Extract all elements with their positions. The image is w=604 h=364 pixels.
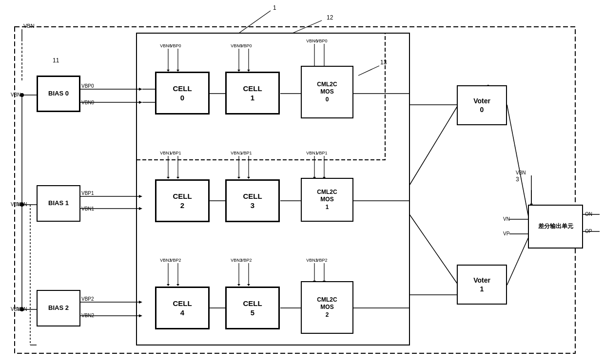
voter-0-label: Voter0 <box>473 96 490 114</box>
svg-text:VBP2: VBP2 <box>316 258 327 263</box>
cml-1-block: CML2CMOS1 <box>301 178 353 222</box>
cell-1-label: CELL1 <box>243 84 262 103</box>
svg-text:11: 11 <box>53 57 59 64</box>
svg-line-3 <box>239 11 271 33</box>
bias-2-label: BIAS 2 <box>48 304 69 312</box>
svg-text:VBP2: VBP2 <box>170 258 181 263</box>
svg-marker-19 <box>139 88 142 91</box>
svg-marker-33 <box>139 195 142 198</box>
svg-text:VBN2: VBN2 <box>81 313 95 318</box>
diff-output-block: 差分输出单元 <box>528 205 583 249</box>
svg-text:1: 1 <box>273 4 276 11</box>
svg-marker-92 <box>237 284 240 286</box>
svg-marker-21 <box>139 101 142 104</box>
cell-2-block: CELL2 <box>155 179 210 222</box>
svg-line-60 <box>409 105 458 185</box>
voter-1-block: Voter1 <box>457 265 507 305</box>
svg-text:VBP0: VBP0 <box>240 43 252 48</box>
cell-4-label: CELL4 <box>173 299 192 318</box>
bias-0-label: BIAS 0 <box>48 90 69 98</box>
svg-text:VBP1: VBP1 <box>81 191 94 196</box>
cell-5-label: CELL5 <box>243 299 262 318</box>
cell-0-block: CELL0 <box>155 72 210 115</box>
svg-text:VBN1: VBN1 <box>81 206 95 211</box>
svg-text:VBN: VBN <box>11 92 21 97</box>
svg-marker-90 <box>176 284 179 286</box>
diff-output-label: 差分输出单元 <box>538 223 573 230</box>
voter-0-block: Voter0 <box>457 85 507 125</box>
cml-2-label: CML2CMOS2 <box>317 296 337 319</box>
cml-0-block: CML2CMOS0 <box>301 66 353 118</box>
svg-line-62 <box>409 214 458 285</box>
svg-line-5 <box>358 66 379 76</box>
svg-text:VBP0: VBP0 <box>316 38 327 43</box>
cell-3-block: CELL3 <box>225 179 280 222</box>
svg-marker-80 <box>237 177 240 179</box>
svg-text:VN: VN <box>503 216 510 222</box>
svg-text:VBN: VBN <box>17 202 27 207</box>
bias-1-block: BIAS 1 <box>37 185 80 222</box>
cell-2-label: CELL2 <box>173 192 192 211</box>
svg-text:12: 12 <box>327 14 333 21</box>
svg-text:VBP2: VBP2 <box>240 258 252 263</box>
cml-0-label: CML2CMOS0 <box>317 81 337 104</box>
svg-text:VBN: VBN <box>17 307 27 312</box>
bias-0-block: BIAS 0 <box>37 76 80 112</box>
cell-4-block: CELL4 <box>155 287 210 329</box>
svg-text:VBP0: VBP0 <box>170 43 181 48</box>
svg-line-53 <box>507 105 529 219</box>
svg-marker-82 <box>247 177 250 179</box>
svg-text:VBP1: VBP1 <box>170 151 181 155</box>
svg-text:13: 13 <box>380 59 387 66</box>
svg-text:VBN0: VBN0 <box>81 100 95 105</box>
svg-marker-35 <box>139 207 142 210</box>
svg-text:ON: ON <box>585 211 592 217</box>
cell-3-label: CELL3 <box>243 192 262 211</box>
bias-1-label: BIAS 1 <box>48 199 69 208</box>
svg-text:VBN: VBN <box>516 170 526 175</box>
diagram: VBN VBN VBN VBN VBN VBN VBP0 VBN0 VBP1 V… <box>0 0 604 364</box>
svg-text:VP: VP <box>503 231 510 236</box>
svg-text:VBP0: VBP0 <box>81 83 94 89</box>
voter-1-label: Voter1 <box>473 276 490 293</box>
svg-marker-42 <box>139 301 142 304</box>
cell-0-label: CELL0 <box>173 84 192 103</box>
svg-text:VBP2: VBP2 <box>81 296 94 302</box>
svg-marker-88 <box>167 284 170 286</box>
cell-5-block: CELL5 <box>225 287 280 329</box>
cml-1-label: CML2CMOS1 <box>317 189 337 211</box>
svg-text:OP: OP <box>585 229 592 234</box>
bias-2-block: BIAS 2 <box>37 290 80 326</box>
svg-line-54 <box>507 236 529 285</box>
svg-text:VBN: VBN <box>23 23 35 29</box>
svg-marker-78 <box>176 177 179 179</box>
svg-text:VBP1: VBP1 <box>316 151 327 155</box>
svg-marker-76 <box>167 177 170 179</box>
cml-2-block: CML2CMOS2 <box>301 281 353 334</box>
svg-marker-94 <box>247 284 250 286</box>
svg-text:VBP1: VBP1 <box>240 151 252 155</box>
svg-text:3: 3 <box>516 176 519 183</box>
cell-1-block: CELL1 <box>225 72 280 115</box>
svg-marker-44 <box>139 314 142 317</box>
